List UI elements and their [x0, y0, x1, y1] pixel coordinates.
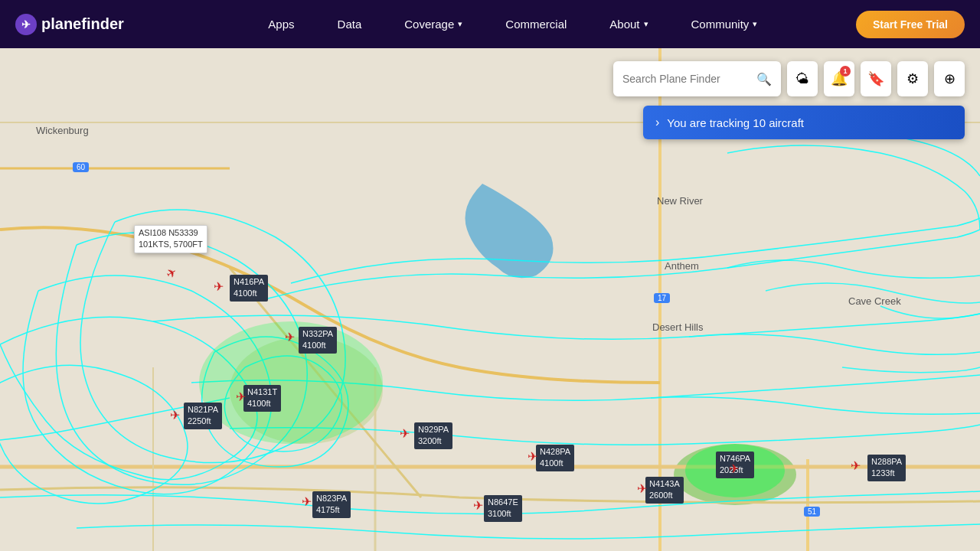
search-icon[interactable]: 🔍 — [756, 72, 772, 86]
route-60: 60 — [73, 162, 89, 172]
notification-badge: 1 — [840, 66, 851, 77]
aircraft-icon-N332PA[interactable]: ✈ — [285, 330, 295, 344]
about-chevron: ▾ — [644, 19, 648, 29]
aircraft-label-N8647E[interactable]: N8647E3100ft — [484, 495, 522, 522]
aircraft-label-N823PA[interactable]: N823PA4175ft — [312, 491, 351, 518]
navbar: ✈ planefinder Apps Data Coverage ▾ Comme… — [0, 0, 980, 48]
route-17: 17 — [654, 293, 670, 303]
aircraft-label-N821PA[interactable]: N821PA2250ft — [184, 403, 222, 429]
nav-links: Apps Data Coverage ▾ Commercial About ▾ … — [170, 0, 856, 48]
site-logo: ✈ planefinder — [15, 14, 124, 35]
aircraft-label-N332PA[interactable]: N332PA4100ft — [299, 327, 337, 354]
aircraft-icon-N929PA[interactable]: ✈ — [400, 426, 410, 441]
settings-button[interactable]: ⚙ — [897, 61, 928, 96]
logo-text: planefinder — [41, 15, 124, 33]
coverage-chevron: ▾ — [458, 19, 462, 29]
notification-button[interactable]: 🔔 1 — [824, 61, 854, 96]
weather-icon: 🌤 — [795, 71, 809, 87]
aircraft-icon-N4131T[interactable]: ✈ — [236, 390, 246, 404]
weather-button[interactable]: 🌤 — [787, 61, 818, 96]
zoom-icon: ⊕ — [944, 70, 956, 87]
tracking-banner[interactable]: › You are tracking 10 aircraft — [643, 106, 965, 139]
aircraft-icon-N746PA[interactable]: ✈ — [729, 461, 739, 476]
search-bar: 🔍 — [613, 61, 781, 96]
aircraft-label-ASI108[interactable]: ASI108 N53339 101KTS, 5700FT — [134, 225, 207, 253]
aircraft-label-N416PA[interactable]: N416PA4100ft — [230, 275, 268, 302]
aircraft-label-N4131T[interactable]: N4131T4100ft — [243, 385, 281, 412]
nav-commercial[interactable]: Commercial — [484, 0, 588, 48]
nav-data[interactable]: Data — [316, 0, 384, 48]
gear-icon: ⚙ — [906, 70, 919, 87]
tracking-text: You are tracking 10 aircraft — [667, 116, 804, 129]
aircraft-icon-N4143A[interactable]: ✈ — [637, 481, 647, 496]
aircraft-label-N4143A[interactable]: N4143A2600ft — [645, 477, 684, 504]
tracking-arrow-icon: › — [655, 116, 659, 129]
aircraft-icon-N416PA[interactable]: ✈ — [214, 279, 224, 294]
nav-community[interactable]: Community ▾ — [670, 0, 779, 48]
aircraft-icon-N428PA[interactable]: ✈ — [528, 449, 537, 464]
aircraft-icon-N821PA[interactable]: ✈ — [170, 408, 180, 422]
nav-apps[interactable]: Apps — [247, 0, 315, 48]
nav-about[interactable]: About ▾ — [588, 0, 669, 48]
start-free-button[interactable]: Start Free Trial — [856, 11, 965, 38]
aircraft-label-N929PA[interactable]: N929PA3200ft — [414, 422, 452, 449]
route-51: 51 — [804, 507, 820, 517]
bookmark-icon: 🔖 — [867, 70, 884, 87]
bookmark-button[interactable]: 🔖 — [861, 61, 891, 96]
search-row: 🔍 🌤 🔔 1 🔖 ⚙ ⊕ — [613, 61, 965, 96]
aircraft-label-N288PA[interactable]: N288PA1233ft — [867, 455, 906, 481]
aircraft-icon-N288PA[interactable]: ✈ — [851, 458, 861, 473]
search-input[interactable] — [622, 73, 756, 85]
zoom-button[interactable]: ⊕ — [934, 61, 965, 96]
aircraft-icon-N8647E[interactable]: ✈ — [473, 498, 483, 513]
nav-coverage[interactable]: Coverage ▾ — [383, 0, 484, 48]
logo-icon: ✈ — [15, 14, 37, 35]
aircraft-label-N428PA[interactable]: N428PA4100ft — [536, 445, 574, 471]
aircraft-icon-N823PA[interactable]: ✈ — [302, 494, 312, 509]
community-chevron: ▾ — [753, 19, 757, 29]
